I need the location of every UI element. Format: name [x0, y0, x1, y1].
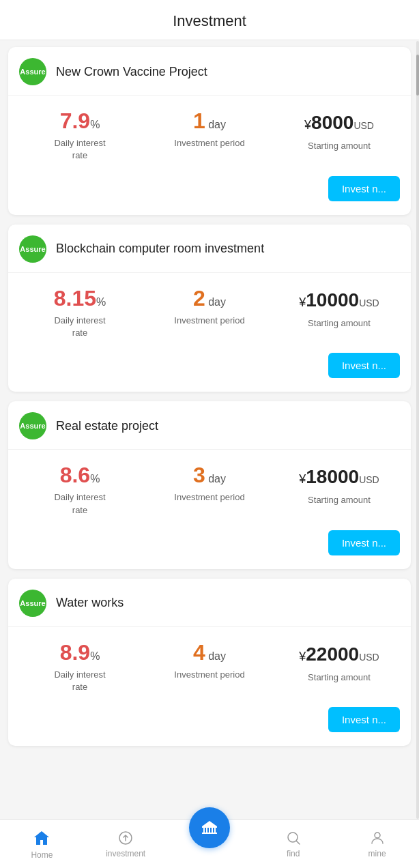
stat-period-value-1: 1 day — [145, 109, 274, 133]
card-stats-1: 7.9% Daily interestrate 1 day Investment… — [8, 96, 411, 173]
assure-badge-1: Assure — [19, 58, 46, 85]
stat-amount-3: ¥18000USD Starting amount — [274, 463, 404, 506]
svg-rect-5 — [209, 828, 210, 833]
home-icon — [32, 828, 51, 848]
card-footer-2: Invest n... — [8, 353, 411, 392]
stat-interest-label-3: Daily interestrate — [15, 491, 145, 516]
mine-label: mine — [369, 849, 386, 858]
svg-line-10 — [296, 841, 300, 844]
svg-rect-6 — [212, 828, 213, 833]
stat-interest-1: 7.9% Daily interestrate — [15, 109, 145, 162]
card-stats-4: 8.9% Daily interestrate 4 day Investment… — [8, 627, 411, 705]
card-title-3: Real estate project — [56, 419, 158, 433]
stat-period-value-2: 2 day — [145, 287, 274, 310]
stat-interest-value-1: 7.9% — [15, 109, 145, 133]
stat-interest-3: 8.6% Daily interestrate — [15, 463, 145, 517]
svg-point-11 — [375, 833, 380, 838]
card-title-2: Blockchain computer room investment — [56, 242, 264, 256]
stat-interest-value-4: 8.9% — [15, 641, 145, 665]
stat-amount-label-1: Starting amount — [274, 140, 404, 152]
investment-card-2: Assure Blockchain computer room investme… — [8, 225, 411, 392]
stat-amount-label-2: Starting amount — [274, 317, 404, 330]
nav-item-home[interactable]: Home — [0, 820, 84, 868]
svg-point-9 — [288, 833, 298, 842]
svg-rect-1 — [202, 826, 217, 828]
stat-amount-value-3: ¥18000USD — [274, 463, 404, 490]
stat-period-2: 2 day Investment period — [145, 287, 274, 327]
invest-button-3[interactable]: Invest n... — [328, 530, 400, 555]
card-title-4: Water works — [56, 596, 124, 610]
stat-period-value-4: 4 day — [145, 641, 274, 665]
bank-icon — [199, 818, 220, 838]
page-header: Investment — [0, 0, 419, 40]
invest-button-2[interactable]: Invest n... — [328, 353, 400, 378]
investment-icon — [117, 830, 134, 846]
stat-period-label-2: Investment period — [145, 315, 274, 327]
invest-button-4[interactable]: Invest n... — [328, 707, 400, 732]
stat-interest-label-4: Daily interestrate — [15, 669, 145, 693]
svg-rect-4 — [206, 828, 207, 833]
nav-item-find[interactable]: find — [251, 820, 335, 868]
stat-period-4: 4 day Investment period — [145, 641, 274, 681]
bottom-nav: Home investment fi — [0, 819, 419, 868]
stat-period-value-3: 3 day — [145, 463, 274, 487]
stat-period-label-3: Investment period — [145, 491, 274, 504]
stat-amount-value-4: ¥22000USD — [274, 641, 404, 667]
page-title: Investment — [0, 12, 419, 30]
assure-badge-3: Assure — [19, 412, 46, 439]
center-circle[interactable] — [189, 807, 230, 848]
svg-rect-7 — [214, 828, 216, 833]
scrollbar-track[interactable] — [416, 41, 419, 819]
investment-card-4: Assure Water works 8.9% Daily interestra… — [8, 579, 411, 747]
card-stats-3: 8.6% Daily interestrate 3 day Investment… — [8, 450, 411, 527]
investment-label: investment — [106, 849, 145, 858]
svg-rect-2 — [202, 833, 217, 834]
card-header-2: Assure Blockchain computer room investme… — [8, 225, 411, 273]
home-label: Home — [31, 850, 53, 860]
card-footer-3: Invest n... — [8, 530, 411, 569]
stat-amount-2: ¥10000USD Starting amount — [274, 287, 404, 330]
svg-marker-8 — [202, 821, 217, 826]
stat-interest-value-2: 8.15% — [15, 287, 145, 310]
invest-button-1[interactable]: Invest n... — [328, 176, 400, 201]
stat-amount-value-2: ¥10000USD — [274, 287, 404, 313]
stat-amount-1: ¥8000USD Starting amount — [274, 109, 404, 152]
card-title-1: New Crown Vaccine Project — [56, 65, 207, 79]
card-header-4: Assure Water works — [8, 579, 411, 627]
stat-interest-4: 8.9% Daily interestrate — [15, 641, 145, 694]
stat-interest-label-1: Daily interestrate — [15, 137, 145, 162]
stat-period-label-4: Investment period — [145, 669, 274, 681]
stat-period-1: 1 day Investment period — [145, 109, 274, 149]
assure-badge-4: Assure — [19, 590, 46, 617]
card-stats-2: 8.15% Daily interestrate 2 day Investmen… — [8, 273, 411, 351]
stat-interest-value-3: 8.6% — [15, 463, 145, 487]
stat-interest-label-2: Daily interestrate — [15, 315, 145, 339]
find-label: find — [287, 849, 300, 858]
nav-item-mine[interactable]: mine — [335, 820, 419, 868]
stat-amount-label-4: Starting amount — [274, 671, 404, 684]
nav-item-investment[interactable]: investment — [84, 820, 168, 868]
investment-card-1: Assure New Crown Vaccine Project 7.9% Da… — [8, 47, 411, 215]
investment-card-3: Assure Real estate project 8.6% Daily in… — [8, 401, 411, 569]
stat-amount-label-3: Starting amount — [274, 494, 404, 506]
scrollbar-thumb[interactable] — [416, 55, 419, 96]
stat-amount-value-1: ¥8000USD — [274, 109, 404, 136]
nav-item-center[interactable] — [168, 820, 252, 868]
assure-badge-2: Assure — [19, 235, 46, 263]
card-header-1: Assure New Crown Vaccine Project — [8, 47, 411, 96]
stat-period-label-1: Investment period — [145, 137, 274, 149]
stat-amount-4: ¥22000USD Starting amount — [274, 641, 404, 684]
content-area: Assure New Crown Vaccine Project 7.9% Da… — [0, 40, 419, 810]
mine-icon — [369, 830, 386, 846]
svg-rect-3 — [203, 828, 205, 833]
find-icon — [285, 830, 302, 846]
card-footer-1: Invest n... — [8, 176, 411, 215]
card-footer-4: Invest n... — [8, 707, 411, 746]
card-header-3: Assure Real estate project — [8, 401, 411, 450]
stat-period-3: 3 day Investment period — [145, 463, 274, 504]
stat-interest-2: 8.15% Daily interestrate — [15, 287, 145, 340]
